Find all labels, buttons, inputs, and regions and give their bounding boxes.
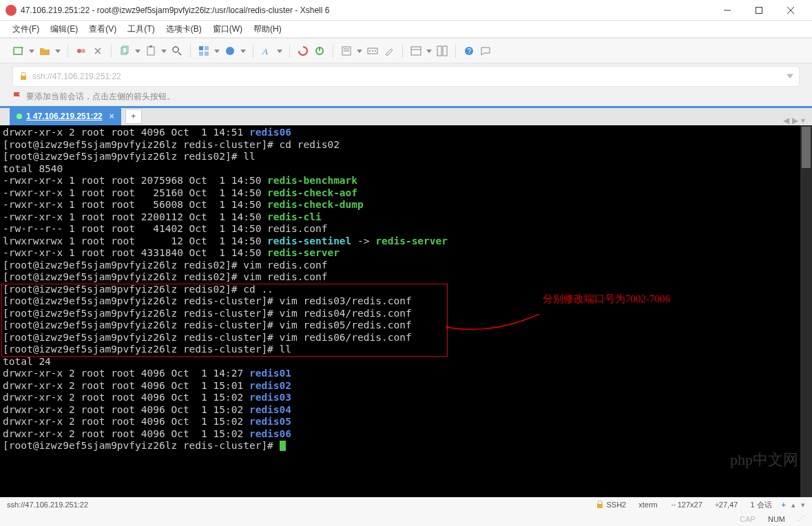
menu-tools[interactable]: 工具(T) [127, 23, 154, 35]
svg-marker-22 [214, 50, 220, 53]
svg-rect-18 [199, 46, 203, 50]
swirl-icon[interactable] [297, 45, 309, 57]
svg-point-16 [173, 47, 178, 52]
terminal-line: -rwxr-xr-x 1 root root 56008 Oct 1 14:50… [3, 199, 809, 211]
address-bar[interactable]: ssh://47.106.219.251:22 [12, 66, 800, 87]
chevron-down-icon[interactable]: ▾ [801, 501, 805, 509]
maximize-button[interactable] [743, 0, 775, 21]
layout-icon[interactable] [198, 45, 210, 57]
lock-icon [596, 501, 604, 509]
scrollbar-thumb[interactable] [802, 127, 811, 168]
reconnect-icon[interactable] [75, 45, 87, 57]
terminal[interactable]: drwxr-xr-x 2 root root 4096 Oct 1 14:51 … [0, 125, 812, 497]
scrollbar[interactable] [800, 125, 812, 497]
terminal-line: [root@izwz9ef5sjam9pvfyiz26lz redis02]# … [3, 260, 809, 272]
menubar: 文件(F) 编辑(E) 查看(V) 工具(T) 选项卡(B) 窗口(W) 帮助(… [0, 21, 812, 39]
dropdown-icon[interactable] [29, 48, 34, 54]
lock-icon [19, 72, 28, 81]
svg-marker-32 [357, 50, 362, 53]
terminal-line: total 8540 [3, 163, 809, 176]
dropdown-icon[interactable] [135, 48, 140, 54]
svg-point-23 [226, 47, 234, 55]
menu-window[interactable]: 窗口(W) [213, 23, 242, 35]
terminal-line: -rwxr-xr-x 1 root root 25160 Oct 1 14:50… [3, 187, 809, 200]
tab-menu-icon[interactable]: ▾ [801, 116, 805, 125]
tab-bar: 1 47.106.219.251:22 × + ◀ ▶ ▾ [0, 106, 812, 125]
svg-marker-6 [29, 50, 34, 53]
status-plus[interactable]: + [782, 501, 786, 509]
separator [289, 44, 290, 58]
svg-marker-26 [277, 50, 282, 53]
flag-icon [12, 92, 22, 101]
resize-grip-icon[interactable]: ⋰ [798, 514, 805, 523]
terminal-line: drwxr-xr-x 2 root root 4096 Oct 1 15:02 … [3, 428, 809, 441]
chat-icon[interactable] [479, 45, 492, 57]
power-icon[interactable] [313, 45, 326, 57]
svg-marker-39 [426, 50, 432, 53]
script-icon[interactable] [340, 45, 353, 57]
search-icon[interactable] [171, 45, 183, 57]
terminal-line: [root@izwz9ef5sjam9pvfyiz26lz redis-clus… [3, 319, 809, 332]
dropdown-icon[interactable] [55, 48, 61, 54]
app-icon [6, 5, 17, 16]
globe-icon[interactable] [224, 45, 236, 57]
panel-icon[interactable] [410, 45, 422, 57]
new-session-icon[interactable]: + [12, 45, 25, 57]
terminal-line: drwxr-xr-x 2 root root 4096 Oct 1 15:02 … [3, 404, 809, 417]
new-tab-button[interactable]: + [125, 109, 142, 124]
dropdown-icon[interactable] [240, 48, 246, 54]
menu-tabs[interactable]: 选项卡(B) [166, 23, 202, 35]
window-controls [711, 0, 806, 21]
prev-tab-icon[interactable]: ◀ [783, 116, 789, 125]
chevron-up-icon[interactable]: ▴ [791, 501, 795, 509]
menu-edit[interactable]: 编辑(E) [50, 23, 78, 35]
svg-marker-12 [135, 50, 140, 53]
dropdown-icon[interactable] [214, 48, 220, 54]
watermark: php中文网 [730, 454, 798, 466]
separator [402, 44, 403, 58]
dropdown-icon[interactable] [426, 48, 432, 54]
toolbar: + A ? [0, 39, 812, 63]
session-tab[interactable]: 1 47.106.219.251:22 × [10, 107, 121, 125]
tile-icon[interactable] [436, 45, 448, 57]
titlebar: 47.106.219.251:22 - root@izwz9ef5sjam9pv… [0, 0, 812, 21]
paste-icon[interactable] [145, 45, 157, 57]
address-text: ssh://47.106.219.251:22 [32, 72, 121, 81]
keyboard-icon[interactable] [366, 45, 379, 57]
svg-marker-45 [787, 74, 793, 78]
menu-view[interactable]: 查看(V) [89, 23, 116, 35]
terminal-line: drwxr-xr-x 2 root root 4096 Oct 1 14:51 … [3, 127, 809, 139]
status-cap: CAP [740, 515, 756, 523]
terminal-line: -rwxr-xr-x 1 root root 2200112 Oct 1 14:… [3, 211, 809, 224]
disconnect-icon[interactable] [92, 45, 104, 57]
status-dot-icon [17, 114, 22, 119]
svg-rect-21 [205, 52, 209, 56]
svg-text:A: A [262, 46, 268, 56]
separator [190, 44, 191, 58]
svg-point-36 [375, 50, 376, 52]
status-bar: ssh://47.106.219.251:22 SSH2 xterm ↔ 127… [0, 497, 812, 526]
open-icon[interactable] [39, 45, 51, 57]
separator [455, 44, 456, 58]
terminal-line: lrwxrwxrwx 1 root root 12 Oct 1 14:50 re… [3, 235, 809, 248]
highlight-icon[interactable] [383, 45, 395, 57]
terminal-line: -rw-r--r-- 1 root root 41402 Oct 1 14:50… [3, 223, 809, 235]
terminal-line: [root@izwz9ef5sjam9pvfyiz26lz redis02]# … [3, 151, 809, 163]
font-icon[interactable]: A [260, 45, 273, 57]
dropdown-icon[interactable] [357, 48, 362, 54]
copy-icon[interactable] [118, 45, 131, 57]
help-icon[interactable]: ? [463, 45, 475, 57]
close-button[interactable] [775, 0, 806, 21]
dropdown-icon[interactable] [787, 72, 793, 81]
svg-rect-20 [199, 52, 203, 56]
next-tab-icon[interactable]: ▶ [792, 116, 798, 125]
menu-file[interactable]: 文件(F) [12, 23, 39, 35]
dropdown-icon[interactable] [277, 48, 282, 54]
menu-help[interactable]: 帮助(H) [253, 23, 282, 35]
minimize-button[interactable] [711, 0, 743, 21]
dropdown-icon[interactable] [161, 48, 167, 54]
tab-close-icon[interactable]: × [110, 112, 114, 121]
terminal-line: [root@izwz9ef5sjam9pvfyiz26lz redis-clus… [3, 332, 809, 344]
svg-rect-13 [147, 47, 154, 55]
terminal-line: [root@izwz9ef5sjam9pvfyiz26lz redis-clus… [3, 344, 809, 356]
